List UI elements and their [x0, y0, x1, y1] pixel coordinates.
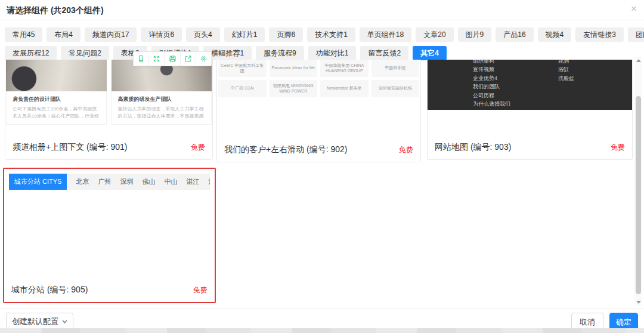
- dialog-header: 请选择组件 (共203个组件) ×: [0, 0, 644, 20]
- category-tab[interactable]: 技术支持1: [307, 27, 355, 42]
- sitemap-link: 浴缸: [558, 65, 574, 73]
- card-title: 网站地图 (编号: 903): [435, 142, 511, 153]
- component-card-grid: 肩负责任的设计团队 公司下属拥有员工100余名，其中高级技术人员共10余名；核心…: [0, 60, 634, 307]
- preview-heading: 高素质的研发生产团队: [118, 95, 206, 103]
- vertical-scrollbar[interactable]: [634, 57, 642, 306]
- category-tab[interactable]: 服务流程9: [256, 46, 304, 60]
- background-page-strip: [0, 328, 644, 333]
- sitemap-link: 宣传视频: [473, 65, 510, 73]
- city-site-tab[interactable]: 城市分站 CITYS: [9, 174, 67, 190]
- dialog-title: 请选择组件 (共203个组件): [7, 5, 104, 16]
- component-card-905-selected[interactable]: 城市分站 CITYS 北京广州深圳佛山中山湛江河源韶关清远 城市分站 (编号: …: [3, 168, 216, 303]
- category-tab[interactable]: 文章20: [416, 27, 453, 42]
- export-icon[interactable]: [181, 52, 196, 66]
- widget-hover-toolbar: [133, 51, 212, 66]
- tab-row-2: 发展历程12常见问题2表格2影视模块1横幅推荐1服务流程9功能对比1留言反馈2其…: [5, 46, 639, 60]
- preview-paragraph: 公司下属拥有员工100余名，其中高级技术人员共10余名；核心生产团队，行业经验平…: [13, 106, 100, 119]
- dialog-footer: 创建默认配置 取消 确定: [0, 309, 644, 329]
- category-tab[interactable]: 视频4: [538, 27, 572, 42]
- city-link[interactable]: 深圳: [120, 177, 133, 186]
- free-badge: 免费: [193, 285, 208, 295]
- category-tab[interactable]: 其它4: [413, 46, 447, 60]
- client-logo: 中广核 CGN: [218, 80, 267, 97]
- client-logo: 明阳风电 MINGYANG WIND POWER: [270, 80, 318, 97]
- client-logo: Newamstar 新美星: [320, 80, 369, 97]
- category-tab[interactable]: 常用45: [5, 27, 42, 42]
- card-title: 我们的客户+左右滑动 (编号: 902): [224, 144, 348, 155]
- category-tab[interactable]: 产品16: [496, 27, 533, 42]
- sitemap-link: 企业优势4: [473, 74, 510, 82]
- city-link[interactable]: 广州: [98, 177, 111, 186]
- category-tab[interactable]: 功能对比1: [308, 46, 357, 60]
- free-badge: 免费: [191, 143, 205, 153]
- city-site-bar: 城市分站 CITYS 北京广州深圳佛山中山湛江河源韶关清远: [9, 174, 210, 190]
- client-logo: 深圳宝安国际机场: [371, 80, 420, 97]
- category-tab[interactable]: 页头4: [186, 27, 220, 42]
- settings-gear-icon[interactable]: [196, 52, 211, 66]
- preview-heading: 肩负责任的设计团队: [13, 95, 100, 103]
- category-tabs: 常用45布局4频道内页17详情页6页头4幻灯片1页脚6技术支持1单页组件18文章…: [5, 27, 639, 64]
- free-badge: 免费: [399, 145, 413, 155]
- sitemap-preview: 组织架构宣传视频企业优势4我们的团队公司历程为什么选择我们 花洒浴缸洗脸盆: [428, 60, 632, 110]
- category-tab[interactable]: 友情链接3: [575, 27, 624, 42]
- chevron-down-icon: [62, 320, 67, 323]
- category-tab[interactable]: 常见问题2: [61, 46, 109, 60]
- close-icon[interactable]: ×: [631, 4, 637, 14]
- city-link[interactable]: 湛江: [186, 177, 199, 186]
- client-logo: Panasonic ideas for life: [270, 60, 318, 77]
- client-logo-grid: C●SIC 中国航天科工集团Panasonic ideas for life中国…: [217, 60, 420, 97]
- tab-row-1: 常用45布局4频道内页17详情页6页头4幻灯片1页脚6技术支持1单页组件18文章…: [5, 27, 639, 42]
- category-tab[interactable]: 幻灯片1: [224, 27, 265, 42]
- preview-column: 肩负责任的设计团队 公司下属拥有员工100余名，其中高级技术人员共10余名；核心…: [6, 60, 107, 125]
- category-tab[interactable]: 图片9: [458, 27, 492, 42]
- component-card-903[interactable]: 组织架构宣传视频企业优势4我们的团队公司历程为什么选择我们 花洒浴缸洗脸盆 网站…: [427, 60, 633, 160]
- create-default-config-button[interactable]: 创建默认配置: [6, 313, 73, 330]
- card-901-preview: 肩负责任的设计团队 公司下属拥有员工100余名，其中高级技术人员共10余名；核心…: [5, 60, 212, 125]
- city-link[interactable]: 佛山: [142, 177, 155, 186]
- sitemap-link: 花洒: [558, 60, 574, 65]
- scroll-up-arrow[interactable]: [634, 57, 642, 64]
- category-tab[interactable]: 布局4: [47, 27, 80, 42]
- save-icon[interactable]: [165, 52, 180, 66]
- category-tab[interactable]: 单页组件18: [360, 27, 411, 42]
- sitemap-link: 组织架构: [473, 60, 510, 65]
- client-logo: 中国科学院: [371, 60, 420, 77]
- free-badge: 免费: [611, 143, 625, 153]
- preview-column: 高素质的研发生产团队 坚持以人为本的理念，采取人工力学工程的方法，选择适合人体需…: [112, 60, 212, 125]
- city-link[interactable]: 河源: [208, 177, 210, 186]
- component-card-902[interactable]: C●SIC 中国航天科工集团Panasonic ideas for life中国…: [216, 60, 421, 162]
- category-tab[interactable]: 发展历程12: [5, 46, 57, 60]
- sitemap-link: 为什么选择我们: [473, 100, 510, 108]
- fullscreen-icon[interactable]: [149, 52, 165, 66]
- photo-thumbnail: [6, 60, 107, 91]
- client-logo: C●SIC 中国航天科工集团: [218, 60, 267, 77]
- category-tab[interactable]: 页脚6: [269, 27, 303, 42]
- category-tab[interactable]: 团队展示7: [628, 27, 644, 42]
- sitemap-link: 洗脸盆: [558, 74, 574, 82]
- sitemap-link: 我们的团队: [473, 82, 510, 91]
- city-link[interactable]: 中山: [164, 177, 177, 186]
- category-tab[interactable]: 详情页6: [141, 27, 182, 42]
- card-title: 频道相册+上图下文 (编号: 901): [13, 142, 128, 153]
- scroll-down-arrow[interactable]: [634, 298, 642, 306]
- city-link[interactable]: 北京: [76, 177, 89, 186]
- category-tab[interactable]: 留言反馈2: [360, 46, 408, 60]
- sitemap-links-right: 花洒浴缸洗脸盆: [558, 60, 574, 110]
- sitemap-links-left: 组织架构宣传视频企业优势4我们的团队公司历程为什么选择我们: [473, 60, 510, 110]
- sitemap-link: 公司历程: [473, 91, 510, 100]
- client-logo: 中国华能集团 CHINA HUANENG GROUP: [320, 60, 369, 77]
- category-tab[interactable]: 频道内页17: [85, 27, 137, 42]
- component-card-901[interactable]: 肩负责任的设计团队 公司下属拥有员工100余名，其中高级技术人员共10余名；核心…: [5, 60, 213, 160]
- preview-paragraph: 坚持以人为本的理念，采取人工力学工程的方法，选择适合人体需求，不改视觉感受，还能…: [118, 106, 206, 119]
- card-title: 城市分站 (编号: 905): [11, 285, 88, 295]
- mobile-preview-icon[interactable]: [134, 52, 149, 66]
- scrollbar-thumb[interactable]: [636, 96, 641, 294]
